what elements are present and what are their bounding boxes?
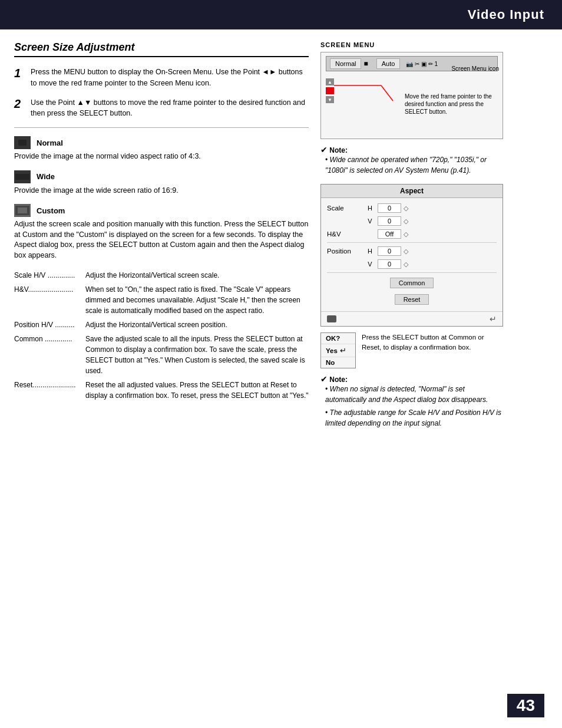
svg-rect-3 [15, 174, 29, 180]
desc-key-4: Reset...................... [14, 380, 82, 401]
aspect-pos-v-sub: V [365, 261, 375, 268]
aspect-h-label: H [365, 205, 375, 212]
confirm-ok-label: OK? [326, 335, 340, 342]
aspect-pos-h-sub: H [365, 248, 375, 255]
desc-val-2: Adjust the Horizontal/Vertical screen po… [85, 319, 309, 330]
note-1: ✔ Note: Wide cannot be operated when "72… [320, 145, 503, 176]
confirm-yes-row: Yes ↵ [321, 344, 355, 357]
desc-row-1: H&V....................... When set to "… [14, 284, 309, 316]
common-button[interactable]: Common [390, 278, 434, 288]
camera-icon [327, 315, 336, 322]
arrow-down-btn: ▼ [326, 96, 334, 103]
aspect-scale-label: Scale [327, 205, 362, 212]
aspect-pos-h-val: 0 [378, 246, 401, 256]
aspect-pos-v-row: V 0 ◇ [327, 258, 497, 271]
confirm-box: OK? Yes ↵ No [320, 332, 356, 368]
aspect-hv-label: H&V [327, 230, 362, 238]
svg-rect-6 [18, 207, 27, 213]
step-1: 1 Press the MENU button to display the O… [14, 67, 309, 89]
desc-row-4: Reset...................... Reset the al… [14, 380, 309, 401]
aspect-position-label: Position [327, 248, 362, 255]
desc-key-1: H&V....................... [14, 284, 82, 316]
note-1-title-text: Note: [329, 146, 348, 154]
wide-icon [14, 170, 31, 183]
custom-label: Custom [37, 206, 65, 215]
aspect-pos-h-row: Position H 0 ◇ [327, 245, 497, 258]
screen-menu-diagram: Normal ■ Auto 📷 ✂ ▣ ✏ 1 ▲ ▼ Screen Menu … [320, 52, 503, 139]
step-2-text: Use the Point ▲▼ buttons to move the red… [31, 97, 309, 120]
pointer-line [334, 83, 405, 107]
confirm-no-label: No [326, 359, 335, 366]
arrow-left-btn [326, 87, 334, 94]
aspect-hv-row: H&V Off ◇ [327, 228, 497, 241]
note-2-bullet-1: The adjustable range for Scale H/V and P… [325, 407, 503, 429]
aspect-hv-val: Off [378, 229, 401, 239]
pointer-note: Move the red frame pointer to the desire… [405, 93, 499, 116]
aspect-v-label: V [365, 218, 375, 225]
svg-line-8 [381, 85, 393, 101]
custom-desc: Adjust the screen scale and position man… [14, 219, 309, 261]
common-btn-row: Common [327, 275, 497, 291]
right-column: SCREEN MENU Normal ■ Auto 📷 ✂ ▣ ✏ 1 ▲ ▼ [320, 41, 503, 434]
step-2-number: 2 [14, 97, 25, 120]
mode-custom-item: Custom [14, 204, 309, 217]
page-header: Video Input [0, 0, 562, 29]
desc-row-2: Position H/V .......... Adjust the Horiz… [14, 319, 309, 330]
aspect-divider-2 [327, 272, 497, 273]
aspect-pos-v-val: 0 [378, 259, 401, 269]
aspect-bottom-row: ↵ [321, 311, 503, 326]
section-title: Screen Size Adjustment [14, 41, 309, 57]
aspect-scale-v-row: V 0 ◇ [327, 215, 497, 228]
arrow-up-btn: ▲ [326, 78, 334, 85]
aspect-scale-h-row: Scale H 0 ◇ [327, 202, 497, 215]
svg-rect-1 [18, 140, 27, 146]
aspect-pos-v-arrow: ◇ [404, 261, 408, 268]
confirm-enter-icon: ↵ [340, 346, 346, 355]
note-2-bullet-0: When no signal is detected, "Normal" is … [325, 384, 503, 405]
confirm-area: OK? Yes ↵ No Press the SELECT button at … [320, 332, 503, 368]
note-1-text: Wide cannot be operated when "720p," "10… [320, 154, 503, 176]
desc-key-0: Scale H/V .............. [14, 270, 82, 281]
desc-val-0: Adjust the Horizontal/Vertical screen sc… [85, 270, 309, 281]
desc-row-0: Scale H/V .............. Adjust the Hori… [14, 270, 309, 281]
confirm-yes-label: Yes [326, 347, 338, 354]
page-number: 43 [507, 694, 544, 717]
mode-wide-item: Wide [14, 170, 309, 183]
custom-icon [14, 204, 31, 217]
aspect-hv-arrow: ◇ [404, 230, 408, 238]
mode-normal-item: Normal [14, 136, 309, 149]
desc-key-3: Common .............. [14, 334, 82, 376]
note-1-title: ✔ Note: [320, 145, 503, 154]
reset-button[interactable]: Reset [395, 294, 429, 305]
aspect-divider [327, 242, 497, 243]
screen-menu-label: SCREEN MENU [320, 41, 503, 48]
wide-label: Wide [37, 172, 55, 181]
note-1-bullet-0: Wide cannot be operated when "720p," "10… [325, 154, 503, 176]
page-title: Video Input [468, 7, 544, 22]
menu-normal-btn: Normal [330, 58, 361, 69]
step-1-text: Press the MENU button to display the On-… [31, 67, 309, 89]
aspect-title: Aspect [321, 185, 503, 198]
left-column: Screen Size Adjustment 1 Press the MENU … [14, 41, 309, 434]
note-2: ✔ Note: When no signal is detected, "Nor… [320, 374, 503, 429]
aspect-dialog: Aspect Scale H 0 ◇ V 0 ◇ H&V [320, 184, 503, 327]
menu-icon-note: Screen Menu icon [451, 65, 499, 72]
desc-key-2: Position H/V .......... [14, 319, 82, 330]
reset-btn-row: Reset [327, 291, 497, 308]
aspect-scale-v-val: 0 [378, 216, 401, 226]
note-2-text: When no signal is detected, "Normal" is … [320, 384, 503, 429]
aspect-scale-h-arrow: ◇ [404, 205, 408, 212]
desc-val-1: When set to "On," the aspect ratio is fi… [85, 284, 309, 316]
note-2-title-text: Note: [329, 375, 348, 384]
confirm-no-row: No [321, 357, 355, 368]
desc-val-3: Save the adjusted scale to all the input… [85, 334, 309, 376]
aspect-rows: Scale H 0 ◇ V 0 ◇ H&V Off ◇ [321, 198, 503, 311]
wide-desc: Provide the image at the wide screen rat… [14, 186, 309, 196]
desc-val-4: Reset the all adjusted values. Press the… [85, 380, 309, 401]
normal-label: Normal [37, 139, 63, 147]
aspect-scale-h-val: 0 [378, 203, 401, 213]
step-1-number: 1 [14, 67, 25, 89]
confirm-note-text: Press the SELECT button at Common or Res… [362, 332, 503, 353]
normal-icon [14, 136, 31, 149]
desc-row-3: Common .............. Save the adjusted … [14, 334, 309, 376]
